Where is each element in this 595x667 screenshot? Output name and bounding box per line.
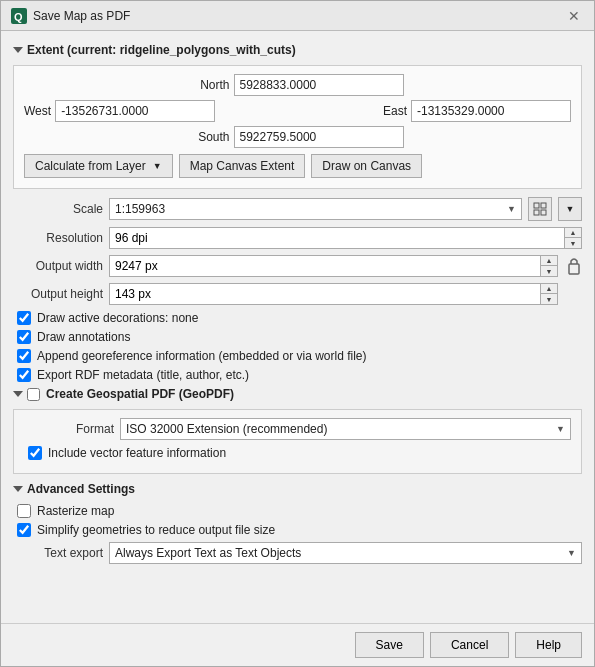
output-height-up-button[interactable]: ▲ — [541, 284, 557, 294]
include-vector-checkbox[interactable] — [28, 446, 42, 460]
window-title: Save Map as PDF — [33, 9, 130, 23]
resolution-up-button[interactable]: ▲ — [565, 228, 581, 238]
create-geopdf-checkbox[interactable] — [27, 388, 40, 401]
simplify-row: Simplify geometries to reduce output fil… — [13, 523, 582, 537]
north-input[interactable] — [234, 74, 404, 96]
main-window: Q Save Map as PDF ✕ Extent (current: rid… — [0, 0, 595, 667]
geospatial-section: Create Geospatial PDF (GeoPDF) Format IS… — [13, 387, 582, 474]
resolution-label: Resolution — [13, 231, 103, 245]
text-export-row: Text export Always Export Text as Text O… — [13, 542, 582, 564]
output-width-input[interactable] — [110, 256, 540, 276]
extent-button-row: Calculate from Layer ▼ Map Canvas Extent… — [24, 154, 571, 178]
scale-dropdown-button[interactable]: ▼ — [558, 197, 582, 221]
west-label: West — [24, 104, 51, 118]
output-width-spinbox: ▲ ▼ — [109, 255, 558, 277]
north-row: North — [24, 74, 571, 96]
draw-annotations-label: Draw annotations — [37, 330, 130, 344]
east-field-group: East — [383, 100, 571, 122]
format-row: Format ISO 32000 Extension (recommended) — [24, 418, 571, 440]
append-georef-label: Append georeference information (embedde… — [37, 349, 367, 363]
svg-rect-6 — [569, 264, 579, 274]
rasterize-label: Rasterize map — [37, 504, 114, 518]
format-select-wrapper: ISO 32000 Extension (recommended) — [120, 418, 571, 440]
close-button[interactable]: ✕ — [564, 6, 584, 26]
text-export-label: Text export — [13, 546, 103, 560]
append-georef-row: Append georeference information (embedde… — [13, 349, 582, 363]
resolution-input[interactable] — [110, 228, 564, 248]
footer: Save Cancel Help — [1, 623, 594, 666]
output-width-label: Output width — [13, 259, 103, 273]
west-east-row: West East — [24, 100, 571, 122]
titlebar-left: Q Save Map as PDF — [11, 8, 130, 24]
content-area: Extent (current: ridgeline_polygons_with… — [1, 31, 594, 623]
draw-annotations-checkbox[interactable] — [17, 330, 31, 344]
output-width-down-button[interactable]: ▼ — [541, 266, 557, 276]
draw-decorations-checkbox[interactable] — [17, 311, 31, 325]
west-input[interactable] — [55, 100, 215, 122]
output-height-row: Output height ▲ ▼ — [13, 283, 582, 305]
export-rdf-row: Export RDF metadata (title, author, etc.… — [13, 368, 582, 382]
north-label: North — [192, 78, 230, 92]
format-select[interactable]: ISO 32000 Extension (recommended) — [120, 418, 571, 440]
output-width-arrows: ▲ ▼ — [540, 256, 557, 276]
help-button[interactable]: Help — [515, 632, 582, 658]
south-row: South — [24, 126, 571, 148]
geospatial-label: Create Geospatial PDF (GeoPDF) — [46, 387, 234, 401]
save-button[interactable]: Save — [355, 632, 424, 658]
output-height-down-button[interactable]: ▼ — [541, 294, 557, 304]
output-width-up-button[interactable]: ▲ — [541, 256, 557, 266]
output-width-row: Output width ▲ ▼ — [13, 255, 582, 277]
advanced-label: Advanced Settings — [27, 482, 135, 496]
south-input[interactable] — [234, 126, 404, 148]
output-height-label: Output height — [13, 287, 103, 301]
scale-select[interactable]: 1:159963 — [109, 198, 522, 220]
rasterize-checkbox[interactable] — [17, 504, 31, 518]
app-icon: Q — [11, 8, 27, 24]
scale-select-wrapper: 1:159963 — [109, 198, 522, 220]
east-label: East — [383, 104, 407, 118]
svg-rect-3 — [541, 203, 546, 208]
map-canvas-extent-button[interactable]: Map Canvas Extent — [179, 154, 306, 178]
draw-decorations-label: Draw active decorations: none — [37, 311, 198, 325]
simplify-label: Simplify geometries to reduce output fil… — [37, 523, 275, 537]
geospatial-header: Create Geospatial PDF (GeoPDF) — [13, 387, 582, 401]
dropdown-arrow-icon: ▼ — [153, 161, 162, 171]
scale-row: Scale 1:159963 ▼ — [13, 197, 582, 221]
extent-section: Extent (current: ridgeline_polygons_with… — [13, 43, 582, 189]
calculate-from-layer-button[interactable]: Calculate from Layer ▼ — [24, 154, 173, 178]
settings-icon — [533, 202, 547, 216]
lock-icon-area — [566, 256, 582, 276]
west-field-group: West — [24, 100, 215, 122]
svg-rect-5 — [541, 210, 546, 215]
east-input[interactable] — [411, 100, 571, 122]
atlas-icon-button[interactable] — [528, 197, 552, 221]
collapse-triangle-icon[interactable] — [13, 47, 23, 53]
text-export-select-wrapper: Always Export Text as Text Objects — [109, 542, 582, 564]
advanced-section-header: Advanced Settings — [13, 482, 582, 496]
south-label: South — [192, 130, 230, 144]
geospatial-content: Format ISO 32000 Extension (recommended)… — [13, 409, 582, 474]
output-height-spinbox: ▲ ▼ — [109, 283, 558, 305]
append-georef-checkbox[interactable] — [17, 349, 31, 363]
advanced-collapse-icon[interactable] — [13, 486, 23, 492]
advanced-section: Advanced Settings Rasterize map Simplify… — [13, 482, 582, 564]
svg-rect-2 — [534, 203, 539, 208]
output-height-arrows: ▲ ▼ — [540, 284, 557, 304]
simplify-checkbox[interactable] — [17, 523, 31, 537]
cancel-button[interactable]: Cancel — [430, 632, 509, 658]
svg-rect-4 — [534, 210, 539, 215]
include-vector-row: Include vector feature information — [24, 446, 571, 460]
export-rdf-label: Export RDF metadata (title, author, etc.… — [37, 368, 249, 382]
draw-on-canvas-button[interactable]: Draw on Canvas — [311, 154, 422, 178]
text-export-select[interactable]: Always Export Text as Text Objects — [109, 542, 582, 564]
geospatial-collapse-icon[interactable] — [13, 391, 23, 397]
draw-annotations-row: Draw annotations — [13, 330, 582, 344]
output-height-input[interactable] — [110, 284, 540, 304]
resolution-down-button[interactable]: ▼ — [565, 238, 581, 248]
rasterize-row: Rasterize map — [13, 504, 582, 518]
extent-section-header: Extent (current: ridgeline_polygons_with… — [13, 43, 582, 57]
export-rdf-checkbox[interactable] — [17, 368, 31, 382]
extent-section-label: Extent (current: ridgeline_polygons_with… — [27, 43, 296, 57]
include-vector-label: Include vector feature information — [48, 446, 226, 460]
draw-decorations-row: Draw active decorations: none — [13, 311, 582, 325]
